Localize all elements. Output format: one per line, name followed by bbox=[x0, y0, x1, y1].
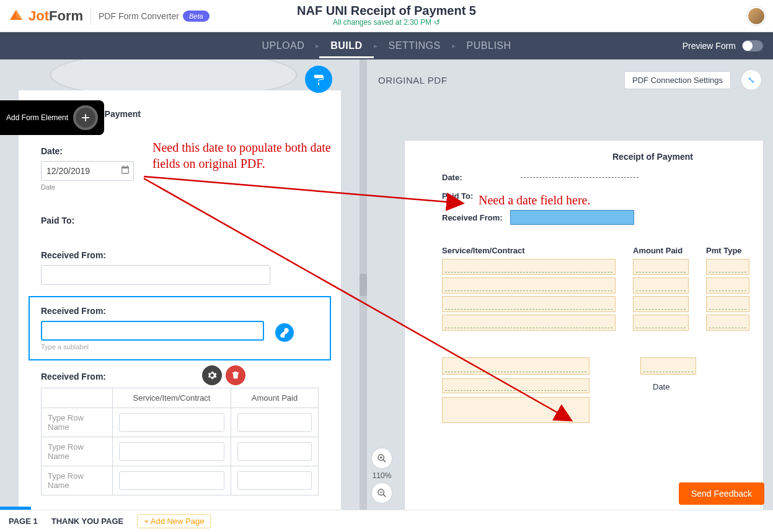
paid-to-field[interactable]: Paid To: bbox=[41, 216, 319, 225]
table-cell-input[interactable] bbox=[119, 442, 224, 461]
pdf-columns: Service/Item/Contract Amount Paid Pmt Ty… bbox=[442, 246, 749, 333]
table-col-header-2[interactable]: Amount Paid bbox=[231, 388, 319, 408]
separator bbox=[91, 7, 91, 25]
link-icon bbox=[280, 328, 289, 338]
table-row: Type Row Name bbox=[42, 466, 319, 495]
received-from-field-1[interactable]: Received From: bbox=[41, 250, 319, 285]
zoom-out-button[interactable] bbox=[371, 482, 392, 504]
link-button[interactable] bbox=[275, 323, 294, 342]
table-cell-input[interactable] bbox=[237, 442, 312, 461]
user-avatar[interactable] bbox=[747, 7, 766, 25]
pdf-field-box[interactable] bbox=[706, 259, 749, 275]
workarea: Add Form Element + f Payment Date: Date … bbox=[0, 59, 773, 510]
send-feedback-button[interactable]: Send Feedback bbox=[679, 482, 764, 505]
table-cell-input[interactable] bbox=[119, 413, 224, 432]
pdf-field-box[interactable] bbox=[633, 259, 689, 275]
pdf-paid-to-row: Paid To: bbox=[442, 191, 473, 201]
pdf-col-pmt-type: Pmt Type bbox=[706, 246, 749, 333]
add-form-element-button[interactable]: Add Form Element + bbox=[0, 100, 104, 135]
pdf-received-from-label: Received From: bbox=[442, 213, 503, 222]
page-title[interactable]: NAF UNI Receipt of Payment 5 bbox=[297, 4, 476, 18]
paint-roller-icon bbox=[312, 72, 325, 86]
svg-line-5 bbox=[383, 494, 386, 497]
form-card: f Payment Date: Date Paid To: Received F… bbox=[19, 90, 341, 510]
paid-to-label: Paid To: bbox=[41, 216, 319, 225]
preview-form-toggle[interactable]: Preview Form bbox=[682, 40, 763, 51]
pdf-field-box[interactable] bbox=[633, 315, 689, 331]
received-from-label-2: Received From: bbox=[41, 306, 319, 316]
pdf-field-box[interactable] bbox=[442, 296, 616, 312]
logo-text: JotForm bbox=[29, 8, 83, 24]
field-settings-button[interactable] bbox=[202, 365, 222, 385]
pdf-field-box[interactable] bbox=[442, 357, 590, 375]
nav-upload[interactable]: UPLOAD bbox=[250, 40, 316, 51]
drag-handle-icon[interactable] bbox=[360, 274, 367, 296]
preview-label: Preview Form bbox=[682, 41, 736, 51]
logo[interactable]: JotForm bbox=[7, 7, 83, 25]
thank-you-page-tab[interactable]: THANK YOU PAGE bbox=[51, 517, 124, 526]
pdf-field-box[interactable] bbox=[633, 277, 689, 294]
pdf-field-box[interactable] bbox=[442, 378, 590, 393]
date-sublabel: Date bbox=[41, 183, 319, 191]
pdf-field-box[interactable] bbox=[442, 397, 590, 423]
nav-settings[interactable]: SETTINGS bbox=[378, 40, 452, 51]
nav-publish[interactable]: PUBLISH bbox=[456, 40, 523, 51]
table-cell-input[interactable] bbox=[119, 471, 224, 490]
builder-pane: Add Form Element + f Payment Date: Date … bbox=[0, 59, 360, 510]
sublabel-placeholder[interactable]: Type a sublabel bbox=[41, 343, 319, 351]
received-from-input-2[interactable] bbox=[41, 321, 264, 341]
svg-line-1 bbox=[383, 460, 386, 462]
pdf-preview[interactable]: Receipt of Payment Date: Paid To: Receiv… bbox=[404, 140, 764, 510]
pdf-received-from-field[interactable] bbox=[510, 210, 634, 225]
pdf-field-box[interactable] bbox=[442, 315, 616, 331]
pdf-col-header-amount: Amount Paid bbox=[633, 246, 689, 255]
calendar-icon[interactable] bbox=[120, 165, 130, 177]
form-title-fragment: f Payment bbox=[99, 109, 141, 119]
product-name: PDF Form Converter bbox=[99, 11, 179, 21]
pdf-date-row: Date: bbox=[442, 173, 638, 182]
save-status: All changes saved at 2:30 PM ↺ bbox=[297, 18, 476, 27]
pdf-field-box[interactable] bbox=[442, 277, 616, 294]
input-table: Service/Item/Contract Amount Paid Type R… bbox=[41, 388, 319, 495]
table-col-header-1[interactable]: Service/Item/Contract bbox=[113, 388, 231, 408]
table-cell-input[interactable] bbox=[237, 471, 312, 490]
row-name-input[interactable]: Type Row Name bbox=[42, 408, 113, 437]
collapse-pane-button[interactable]: ⤡ bbox=[741, 69, 762, 90]
received-from-field-2-selected[interactable]: Received From: Type a sublabel bbox=[29, 296, 331, 360]
undo-icon[interactable]: ↺ bbox=[434, 18, 440, 27]
pdf-field-box[interactable] bbox=[706, 315, 749, 331]
plus-icon: + bbox=[73, 105, 98, 130]
pdf-field-box[interactable] bbox=[706, 277, 749, 294]
original-pdf-pane: ORIGINAL PDF PDF Connection Settings ⤡ R… bbox=[367, 59, 773, 510]
pdf-connection-settings-button[interactable]: PDF Connection Settings bbox=[624, 71, 731, 89]
date-field[interactable]: Date: Date bbox=[41, 146, 319, 191]
received-from-input-1[interactable] bbox=[41, 265, 270, 285]
field-actions bbox=[202, 365, 245, 385]
gear-icon bbox=[207, 370, 217, 380]
jotform-logo-icon bbox=[7, 7, 25, 25]
nav-build[interactable]: BUILD bbox=[319, 33, 373, 58]
page-tab-1[interactable]: PAGE 1 bbox=[9, 517, 38, 526]
paint-roller-button[interactable] bbox=[305, 66, 332, 93]
toggle-icon[interactable] bbox=[742, 40, 763, 51]
trash-icon bbox=[231, 370, 241, 380]
input-table-field[interactable]: Received From: Service/Item/Contract Amo… bbox=[41, 372, 319, 495]
pdf-field-box[interactable] bbox=[442, 259, 616, 275]
date-input-wrap bbox=[41, 161, 134, 181]
zoom-in-button[interactable] bbox=[371, 448, 392, 469]
table-row: Type Row Name bbox=[42, 408, 319, 437]
pdf-field-box[interactable] bbox=[633, 296, 689, 312]
row-name-input[interactable]: Type Row Name bbox=[42, 466, 113, 495]
pane-divider[interactable] bbox=[360, 59, 367, 510]
table-cell-input[interactable] bbox=[237, 413, 312, 432]
pdf-paid-to-label: Paid To: bbox=[442, 191, 473, 201]
pdf-field-box[interactable] bbox=[706, 296, 749, 312]
field-delete-button[interactable] bbox=[226, 365, 245, 385]
bottom-bar: PAGE 1 THANK YOU PAGE + Add New Page bbox=[0, 510, 773, 532]
add-new-page-button[interactable]: + Add New Page bbox=[137, 514, 211, 528]
pdf-lower-date-field[interactable] bbox=[640, 357, 696, 375]
zoom-level: 110% bbox=[373, 471, 392, 480]
row-name-input[interactable]: Type Row Name bbox=[42, 437, 113, 466]
pdf-col-amount: Amount Paid bbox=[633, 246, 689, 333]
title-block: NAF UNI Receipt of Payment 5 All changes… bbox=[297, 4, 476, 27]
